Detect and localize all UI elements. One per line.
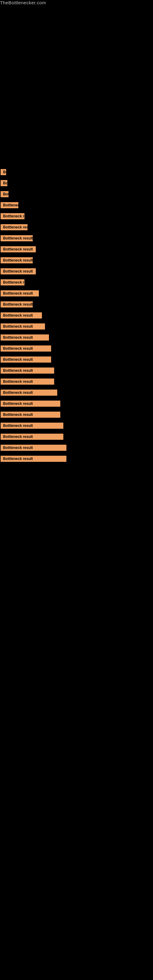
result-badge[interactable]: Bottleneck result xyxy=(1,191,9,197)
result-badge[interactable]: Bottleneck result xyxy=(1,334,49,340)
list-item: Bottleneck result xyxy=(0,366,153,376)
list-item: Bottleneck result xyxy=(0,455,153,464)
list-item: Bottleneck result xyxy=(0,311,153,321)
result-badge[interactable]: Bottleneck result xyxy=(1,401,60,407)
site-title: TheBottlenecker.com xyxy=(0,0,153,5)
result-badge[interactable]: Bottleneck result xyxy=(1,213,24,219)
result-badge[interactable]: Bottleneck result xyxy=(1,390,57,396)
result-badge[interactable]: Bottleneck result xyxy=(1,323,45,329)
result-badge[interactable]: Bottleneck result xyxy=(1,301,33,307)
result-badge[interactable]: Bottleneck result xyxy=(1,202,18,208)
result-badge[interactable]: Bottleneck result xyxy=(1,180,7,186)
result-badge[interactable]: Bottleneck result xyxy=(1,290,39,296)
list-item: Bottleneck result xyxy=(0,433,153,442)
list-item: Bottleneck result xyxy=(0,256,153,266)
result-badge[interactable]: Bottleneck result xyxy=(1,379,54,385)
list-item: Bottleneck result xyxy=(0,190,153,200)
list-item: Bottleneck result xyxy=(0,267,153,277)
result-badge[interactable]: Bottleneck result xyxy=(1,312,42,318)
result-badge[interactable]: Bottleneck result xyxy=(1,224,27,230)
list-item: Bottleneck result xyxy=(0,444,153,453)
result-badge[interactable]: Bottleneck result xyxy=(1,169,6,175)
list-item: Bottleneck result xyxy=(0,422,153,431)
list-item: Bottleneck result xyxy=(0,179,153,189)
list-item: Bottleneck result xyxy=(0,333,153,343)
result-badge[interactable]: Bottleneck result xyxy=(1,246,36,252)
result-badge[interactable]: Bottleneck result xyxy=(1,368,54,374)
list-item: Bottleneck result xyxy=(0,410,153,420)
list-item: Bottleneck result xyxy=(0,300,153,310)
result-badge[interactable]: Bottleneck result xyxy=(1,434,63,440)
list-item: Bottleneck result xyxy=(0,289,153,299)
list-item: Bottleneck result xyxy=(0,201,153,211)
list-item: Bottleneck result xyxy=(0,278,153,288)
list-item: Bottleneck result xyxy=(0,234,153,244)
results-list: Bottleneck resultBottleneck resultBottle… xyxy=(0,168,153,472)
list-item: Bottleneck result xyxy=(0,245,153,255)
result-badge[interactable]: Bottleneck result xyxy=(1,356,51,363)
list-item: Bottleneck result xyxy=(0,322,153,332)
list-item: Bottleneck result xyxy=(0,377,153,387)
result-badge[interactable]: Bottleneck result xyxy=(1,423,63,429)
result-badge[interactable]: Bottleneck result xyxy=(1,257,33,263)
list-item: Bottleneck result xyxy=(0,399,153,409)
result-badge[interactable]: Bottleneck result xyxy=(1,268,36,274)
list-item: Bottleneck result xyxy=(0,344,153,354)
list-item: Bottleneck result xyxy=(0,355,153,365)
result-badge[interactable]: Bottleneck result xyxy=(1,235,33,241)
list-item: Bottleneck result xyxy=(0,212,153,222)
result-badge[interactable]: Bottleneck result xyxy=(1,279,24,285)
result-badge[interactable]: Bottleneck result xyxy=(1,412,60,418)
result-badge[interactable]: Bottleneck result xyxy=(1,456,66,462)
result-badge[interactable]: Bottleneck result xyxy=(1,445,66,451)
list-item: Bottleneck result xyxy=(0,168,153,178)
list-item: Bottleneck result xyxy=(0,388,153,398)
result-badge[interactable]: Bottleneck result xyxy=(1,345,51,352)
list-item: Bottleneck result xyxy=(0,223,153,233)
